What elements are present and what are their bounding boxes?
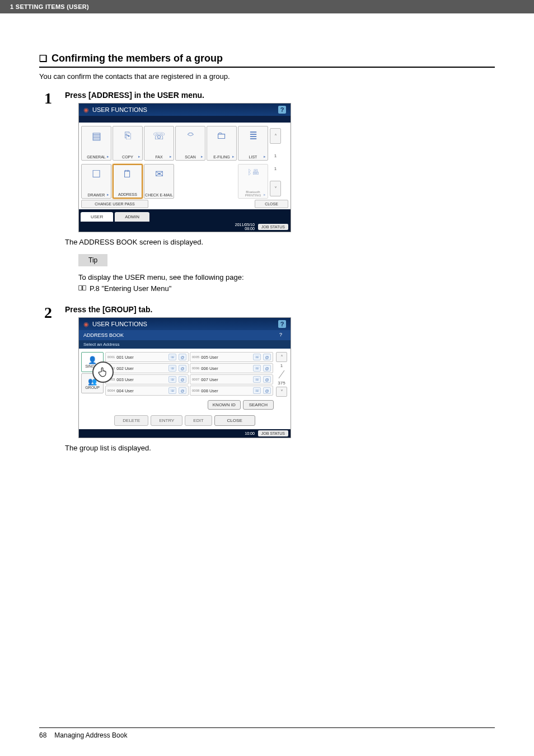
step-1: 1 Press [ADDRESS] in the USER menu. ◉ US… bbox=[39, 91, 495, 294]
page-bottom: 375 bbox=[278, 381, 285, 386]
tile-address[interactable]: 🗒 ADDRESS bbox=[113, 164, 143, 199]
fax-icon[interactable]: ☏ bbox=[253, 376, 261, 383]
email-icon[interactable]: @ bbox=[179, 376, 186, 383]
pager-up[interactable]: ˄ bbox=[276, 352, 287, 362]
chevron-down-icon: ▸ bbox=[170, 154, 172, 159]
address-col-left: 0001001 User☏@ 0002002 User☏@ 0003003 Us… bbox=[105, 352, 189, 397]
delete-button[interactable]: DELETE bbox=[114, 415, 148, 426]
status-datetime: 2011/05/10 08:00 bbox=[235, 223, 255, 231]
address-book-body: 👤 SINGLE 👥 GROUP 0001001 User☏@ 0002002 … bbox=[79, 349, 291, 399]
tile-copy[interactable]: ⎘ COPY ▸ bbox=[113, 126, 143, 161]
chevron-down-icon: ▸ bbox=[107, 154, 109, 159]
step-2-caption: The group list is displayed. bbox=[65, 444, 495, 452]
efiling-icon: 🗀 bbox=[217, 130, 227, 142]
side-tab-single[interactable]: 👤 SINGLE bbox=[81, 352, 104, 372]
panel-titlebar: ◉ USER FUNCTIONS ? bbox=[79, 104, 291, 116]
panel2-title: USER FUNCTIONS bbox=[92, 321, 147, 327]
job-status-button[interactable]: JOB STATUS bbox=[258, 224, 288, 230]
address-row[interactable]: 0001001 User☏@ bbox=[105, 352, 189, 362]
tip-reference-text: P.8 "Entering User Menu" bbox=[90, 283, 171, 294]
tile-drawer[interactable]: ☐ DRAWER ▸ bbox=[81, 164, 111, 199]
address-actions: DELETE ENTRY EDIT CLOSE bbox=[79, 412, 291, 429]
address-icon: 🗒 bbox=[123, 168, 133, 180]
address-row[interactable]: 0003003 User☏@ bbox=[105, 374, 189, 384]
job-status-button[interactable]: JOB STATUS bbox=[258, 430, 288, 436]
heading-bullet: ❏ bbox=[39, 53, 47, 64]
page-content: ❏ Confirming the members of a group You … bbox=[0, 53, 534, 460]
tile-efiling[interactable]: 🗀 E-FILING ▸ bbox=[207, 126, 237, 161]
tile-row-2: ☐ DRAWER ▸ 🗒 ADDRESS ✉ CHECK E-MAIL bbox=[79, 161, 291, 199]
fax-icon[interactable]: ☏ bbox=[253, 354, 261, 360]
address-row[interactable]: 0006006 User☏@ bbox=[190, 363, 273, 373]
email-icon[interactable]: @ bbox=[263, 376, 271, 383]
tip-label: Tip bbox=[78, 254, 107, 266]
list-icon: ≣ bbox=[249, 130, 257, 142]
tile-fax[interactable]: ☏ FAX ▸ bbox=[144, 126, 174, 161]
email-icon[interactable]: @ bbox=[263, 354, 271, 360]
section-heading: ❏ Confirming the members of a group bbox=[39, 53, 495, 68]
select-address-label: Select an Address bbox=[79, 340, 291, 349]
chevron-down-icon: ▸ bbox=[138, 154, 140, 159]
fax-icon[interactable]: ☏ bbox=[168, 387, 176, 394]
change-user-password-button[interactable]: CHANGE USER PASS bbox=[81, 200, 148, 208]
pager-up[interactable]: ˄ bbox=[270, 128, 281, 144]
email-check-icon: ✉ bbox=[155, 168, 163, 180]
fax-icon[interactable]: ☏ bbox=[253, 365, 261, 372]
address-row[interactable]: 0004004 User☏@ bbox=[105, 386, 189, 396]
tile-row-1: ▤ GENERAL ▸ ⎘ COPY ▸ ☏ FAX ▸ bbox=[79, 123, 291, 161]
pager-num-top: 1 bbox=[274, 153, 277, 158]
page-footer: 68 Managing Address Book bbox=[39, 727, 495, 739]
bluetooth-icon: ᛒ🖶 bbox=[247, 168, 259, 176]
panel-icon: ◉ bbox=[83, 106, 89, 114]
page-top: 1 bbox=[280, 363, 283, 368]
copy-icon: ⎘ bbox=[125, 130, 131, 142]
tile-list[interactable]: ≣ LIST ▸ bbox=[238, 126, 268, 161]
fax-icon[interactable]: ☏ bbox=[168, 365, 176, 372]
fax-icon: ☏ bbox=[153, 130, 166, 142]
tab-user[interactable]: USER bbox=[81, 212, 113, 222]
email-icon[interactable]: @ bbox=[179, 365, 186, 372]
help-icon[interactable]: ? bbox=[278, 320, 286, 328]
edit-button[interactable]: EDIT bbox=[185, 415, 212, 426]
tip-line-1: To display the USER menu, see the follow… bbox=[78, 272, 495, 283]
address-row[interactable]: 0002002 User☏@ bbox=[105, 363, 189, 373]
address-row[interactable]: 0007007 User☏@ bbox=[190, 374, 273, 384]
help-icon[interactable]: ? bbox=[279, 332, 286, 339]
known-id-row: KNOWN ID SEARCH bbox=[79, 399, 291, 412]
bottom-tabs: USER ADMIN bbox=[79, 209, 291, 222]
close-button[interactable]: CLOSE bbox=[255, 200, 288, 208]
entry-button[interactable]: ENTRY bbox=[151, 415, 182, 426]
email-icon[interactable]: @ bbox=[179, 387, 186, 394]
fax-icon[interactable]: ☏ bbox=[168, 354, 176, 360]
address-row[interactable]: 0008008 User☏@ bbox=[190, 386, 273, 396]
tile-general[interactable]: ▤ GENERAL ▸ bbox=[81, 126, 111, 161]
email-icon[interactable]: @ bbox=[263, 387, 271, 394]
pager-down[interactable]: ˅ bbox=[276, 387, 287, 397]
chevron-down-icon: ▸ bbox=[107, 192, 109, 197]
search-button[interactable]: SEARCH bbox=[243, 400, 274, 410]
known-id-button[interactable]: KNOWN ID bbox=[208, 400, 241, 410]
person-icon: 👤 bbox=[88, 356, 97, 364]
side-tab-group[interactable]: 👥 GROUP bbox=[81, 373, 104, 393]
close-button[interactable]: CLOSE bbox=[214, 415, 255, 426]
address-columns: 0001001 User☏@ 0002002 User☏@ 0003003 Us… bbox=[105, 352, 273, 397]
panel-subbar bbox=[79, 116, 291, 123]
email-icon[interactable]: @ bbox=[263, 365, 271, 372]
fax-icon[interactable]: ☏ bbox=[168, 376, 176, 383]
address-row[interactable]: 0005005 User☏@ bbox=[190, 352, 273, 362]
pager-down[interactable]: ˅ bbox=[270, 181, 281, 196]
fax-icon[interactable]: ☏ bbox=[253, 387, 261, 394]
tile-check-email[interactable]: ✉ CHECK E-MAIL bbox=[144, 164, 174, 199]
email-icon[interactable]: @ bbox=[179, 354, 186, 360]
address-book-panel: ◉ USER FUNCTIONS ? ADDRESS BOOK ? Select… bbox=[78, 317, 291, 438]
pager-slash-icon bbox=[278, 369, 285, 379]
panel-title: USER FUNCTIONS bbox=[92, 106, 147, 113]
intro-text: You can confirm the contacts that are re… bbox=[39, 72, 495, 81]
pager-row2: 1 ˅ bbox=[269, 164, 282, 199]
status-time: 10:00 bbox=[245, 431, 255, 435]
tile-scan[interactable]: ⌔ SCAN ▸ bbox=[175, 126, 205, 161]
help-icon[interactable]: ? bbox=[278, 106, 286, 114]
tab-admin[interactable]: ADMIN bbox=[115, 212, 149, 222]
tip-reference: P.8 "Entering User Menu" bbox=[78, 283, 495, 294]
book-icon bbox=[78, 283, 86, 294]
